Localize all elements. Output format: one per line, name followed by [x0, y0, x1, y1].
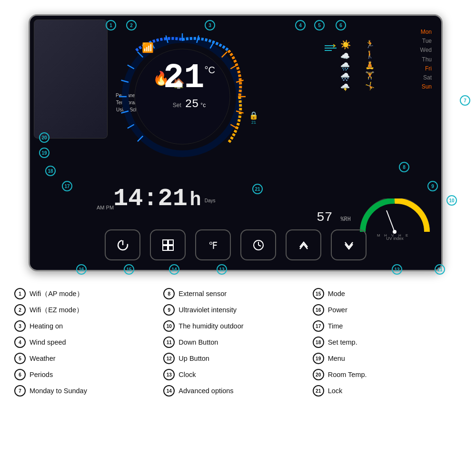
- set-label: Set: [173, 102, 181, 109]
- clock-button[interactable]: [240, 229, 276, 260]
- svg-rect-33: [169, 240, 173, 245]
- glass-panel: [34, 20, 108, 139]
- uv-label: UV index: [358, 236, 432, 241]
- legend-item-20: 20 Room Temp.: [313, 369, 462, 380]
- legend-item-11: 11 Down Button: [163, 337, 312, 348]
- uv-index-gauge: M H V H E UV index: [358, 198, 432, 237]
- svg-line-39: [258, 245, 261, 246]
- sun-icon: ☀️: [340, 40, 351, 50]
- person5-icon: 🤸: [365, 81, 375, 90]
- legend-item-2: 2 Wifi（EZ mode）: [14, 304, 163, 316]
- legend-num-18: 18: [313, 337, 324, 348]
- svg-line-20: [387, 210, 395, 232]
- lock-number: 21: [249, 120, 258, 125]
- legend-num-17: 17: [313, 320, 324, 332]
- annotation-8: 8: [399, 162, 409, 172]
- legend-text-21: Lock: [328, 387, 343, 395]
- legend-item-9: 9 Ultraviolet intensity: [163, 304, 312, 316]
- legend-item-4: 4 Wind speed: [14, 337, 163, 348]
- legend-text-9: Ultraviolet intensity: [178, 306, 237, 314]
- legend-text-13: Clock: [178, 371, 196, 378]
- legend-item-21: 21 Lock: [313, 385, 462, 397]
- day-fri: Fri: [420, 64, 432, 73]
- lock-icon: 🔒 21: [249, 111, 258, 125]
- day-sun: Sun: [420, 82, 432, 91]
- wind-speed-icon: [325, 43, 339, 55]
- annotation-19: 19: [39, 148, 50, 158]
- annotation-10: 10: [446, 195, 457, 206]
- annotation-3: 3: [205, 20, 215, 30]
- legend-num-16: 16: [313, 304, 324, 316]
- annotation-18: 18: [45, 166, 56, 176]
- annotation-9: 9: [427, 181, 438, 191]
- temp-unit: °C: [204, 65, 215, 76]
- days-list: Mon Tue Wed Thu Fri Sat Sun: [420, 28, 432, 91]
- svg-rect-35: [169, 246, 173, 250]
- person1-icon: 🏃: [365, 40, 375, 49]
- legend-text-6: Periods: [30, 371, 53, 378]
- legend-text-12: Up Button: [178, 355, 209, 362]
- legend-num-5: 5: [14, 353, 26, 364]
- legend-text-17: Time: [328, 322, 343, 330]
- legend-item-13: 13 Clock: [163, 369, 312, 380]
- buttons-row: ℉: [105, 229, 367, 260]
- legend-num-19: 19: [313, 353, 324, 364]
- ice-icon: 🌩️: [340, 83, 351, 92]
- annotation-14: 14: [169, 264, 179, 275]
- legend-num-7: 7: [14, 385, 26, 397]
- up-button[interactable]: [286, 229, 321, 260]
- day-wed: Wed: [420, 46, 432, 55]
- legend-text-15: Mode: [328, 290, 345, 298]
- legend-item-10: 10 The humidity outdoor: [163, 320, 312, 332]
- annotation-16: 16: [76, 264, 87, 275]
- humidity-display: 57 %RH: [317, 210, 351, 225]
- svg-text:℉: ℉: [208, 240, 218, 251]
- legend-num-1: 1: [14, 288, 26, 299]
- legend-text-7: Monday to Sunday: [30, 387, 87, 395]
- down-button[interactable]: [331, 229, 367, 260]
- am-pm-label: AM PM: [97, 205, 114, 210]
- legend-num-13: 13: [163, 369, 175, 380]
- legend-text-5: Weather: [30, 355, 56, 362]
- svg-text:M: M: [377, 233, 380, 237]
- annotation-17: 17: [62, 181, 72, 191]
- thermostat-device: Permanent Hold Temporary Hold Using Sche…: [29, 14, 443, 271]
- current-temp-value: 21: [163, 61, 204, 95]
- mode-button[interactable]: [150, 229, 186, 260]
- svg-rect-32: [163, 240, 168, 245]
- person4-icon: 🏋️: [365, 71, 375, 80]
- annotation-7: 7: [460, 95, 470, 106]
- legend-num-9: 9: [163, 304, 175, 316]
- annotation-13: 13: [217, 264, 227, 275]
- legend-text-11: Down Button: [178, 338, 218, 346]
- temp-display: 21 °C Set 25 °c: [163, 61, 215, 110]
- cloud-icon: ☁️: [340, 51, 351, 60]
- annotation-4: 4: [295, 20, 306, 30]
- legend-col-1: 1 Wifi（AP mode） 2 Wifi（EZ mode） 3 Heatin…: [14, 288, 163, 397]
- time-display: AM PM 14:21 h Days: [113, 185, 201, 213]
- legend-text-1: Wifi（AP mode）: [30, 289, 84, 298]
- svg-rect-34: [163, 246, 168, 250]
- annotation-20: 20: [39, 132, 50, 143]
- annotation-6: 6: [336, 20, 346, 30]
- legend-num-4: 4: [14, 337, 26, 348]
- days-label: Days: [205, 198, 216, 203]
- wifi-ap-icon: 📶: [142, 42, 154, 53]
- rain-icon: 🌧️: [340, 62, 351, 71]
- legend-text-3: Heating on: [30, 322, 63, 330]
- legend-item-6: 6 Periods: [14, 369, 163, 380]
- legend-item-16: 16 Power: [313, 304, 462, 316]
- annotation-12: 12: [392, 264, 402, 275]
- humidity-unit: %RH: [340, 216, 351, 223]
- power-button[interactable]: [105, 229, 140, 260]
- set-temp-area: Set 25 °c: [163, 98, 215, 110]
- person3-icon: 🧘: [365, 60, 375, 69]
- set-temp-value: 25: [185, 98, 199, 110]
- legend-section: 1 Wifi（AP mode） 2 Wifi（EZ mode） 3 Heatin…: [14, 288, 462, 397]
- annotation-1: 1: [106, 20, 116, 30]
- day-tue: Tue: [420, 37, 432, 46]
- advanced-options-button[interactable]: ℉: [195, 229, 231, 260]
- days-panel: Mon Tue Wed Thu Fri Sat Sun: [337, 28, 432, 91]
- legend-item-17: 17 Time: [313, 320, 462, 332]
- day-mon: Mon: [420, 28, 432, 37]
